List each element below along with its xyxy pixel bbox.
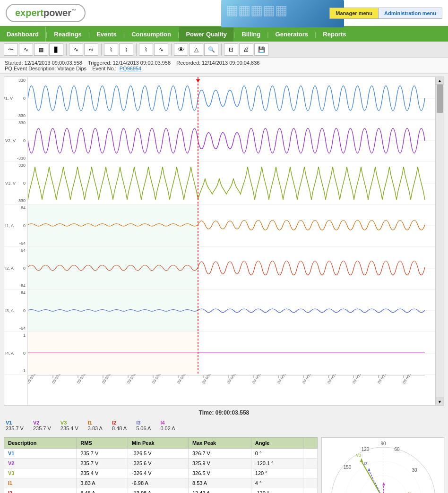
svg-text:09:00:04.276: 09:00:04.276 bbox=[251, 374, 267, 384]
event-no-link[interactable]: PQ96954 bbox=[120, 66, 141, 71]
td-v3-extra bbox=[303, 468, 318, 478]
td-v3-rms: 235.4 V bbox=[77, 468, 128, 478]
admin-menu-button[interactable]: Administration menu bbox=[378, 8, 442, 19]
toolbar-line-chart[interactable]: 〜 bbox=[4, 43, 18, 56]
toolbar-table-view[interactable]: ▦ bbox=[34, 43, 48, 56]
svg-text:09:00:03.877: 09:00:03.877 bbox=[126, 374, 142, 384]
nav-item-dashboard[interactable]: Dashboard bbox=[0, 27, 46, 42]
nav-item-consumption[interactable]: Consumption bbox=[125, 27, 178, 42]
toolbar-save[interactable]: 💾 bbox=[254, 43, 268, 56]
cv-i4-value: 0.02 A bbox=[160, 425, 175, 431]
toolbar-zoom-in[interactable]: ⌇ bbox=[104, 43, 118, 56]
toolbar-print[interactable]: 🖨 bbox=[239, 43, 253, 56]
td-v3-min: -326.4 V bbox=[128, 468, 189, 478]
td-i2-desc: I2 bbox=[4, 488, 77, 493]
td-v2-max: 325.9 V bbox=[189, 459, 251, 468]
channel-i4: I4, A 1 0 -1 bbox=[4, 332, 435, 374]
toolbar-eye[interactable]: 👁 bbox=[174, 43, 188, 56]
cv-v2-label: V2 bbox=[33, 420, 51, 425]
svg-text:90: 90 bbox=[380, 441, 386, 446]
td-i1-min: -6.98 A bbox=[128, 478, 189, 488]
td-v3-angle: 120 ° bbox=[251, 468, 303, 478]
td-v1-max: 326.7 V bbox=[189, 449, 251, 459]
started-label: Started: 12/14/2013 09:00:03.558 bbox=[5, 60, 82, 66]
nav-item-generators[interactable]: Generators bbox=[269, 27, 315, 42]
nav-item-reports[interactable]: Reports bbox=[316, 27, 353, 42]
svg-text:09:00:04.516: 09:00:04.516 bbox=[327, 374, 343, 384]
cv-i3-label: I3 bbox=[136, 420, 151, 425]
chart-area: V1, V 330 0 -330 bbox=[4, 76, 444, 406]
table-row-v3: V3 235.4 V -326.4 V 326.5 V 120 ° bbox=[4, 468, 318, 478]
scroll-up-button[interactable]: ▲ bbox=[436, 77, 444, 85]
toolbar-zoom-out[interactable]: ⌇ bbox=[119, 43, 133, 56]
cv-v2-value: 235.7 V bbox=[33, 425, 51, 431]
cv-i3-value: 5.06 A bbox=[136, 425, 151, 431]
toolbar-area-chart[interactable]: ∿ bbox=[19, 43, 33, 56]
th-maxpeak: Max Peak bbox=[189, 438, 251, 449]
cv-i3: I3 5.06 A bbox=[136, 420, 151, 431]
toolbar: 〜 ∿ ▦ ▊ ∿ ∾ ⌇ ⌇ ⌇ ∿ 👁 △ 🔍 ⊡ 🖨 💾 bbox=[0, 42, 448, 58]
toolbar-wave2[interactable]: ∾ bbox=[84, 43, 98, 56]
logo: expertpower™ bbox=[6, 4, 86, 22]
time-axis: 09:00:03.558 09:00:03.637 09:00:03.717 0… bbox=[4, 374, 435, 405]
td-i1-max: 8.53 A bbox=[189, 478, 251, 488]
toolbar-bar-chart[interactable]: ▊ bbox=[49, 43, 63, 56]
td-v2-min: -325.6 V bbox=[128, 459, 189, 468]
bottom-section: Description RMS Min Peak Max Peak Angle … bbox=[0, 435, 448, 493]
th-angle: Angle bbox=[251, 438, 303, 449]
svg-text:09:00:04.756: 09:00:04.756 bbox=[402, 374, 418, 384]
cv-i2-value: 8.48 A bbox=[112, 425, 127, 431]
recorded-label: Recorded: 12/14/2013 09:00:04.836 bbox=[176, 60, 259, 66]
manager-menu-button[interactable]: Manager menu bbox=[329, 8, 378, 19]
channel-values-row: V1 235.7 V V2 235.7 V V3 235.4 V I1 3.83… bbox=[0, 418, 448, 434]
toolbar-search[interactable]: 🔍 bbox=[204, 43, 218, 56]
i3-label-ch: I3, A bbox=[5, 308, 14, 313]
td-i2-max: 12.43 A bbox=[189, 488, 251, 493]
svg-text:V3: V3 bbox=[356, 453, 361, 458]
td-i2-rms: 8.48 A bbox=[77, 488, 128, 493]
svg-marker-2 bbox=[196, 79, 200, 83]
td-v2-rms: 235.7 V bbox=[77, 459, 128, 468]
channel-v1: V1, V 330 0 -330 bbox=[4, 77, 435, 119]
nav-item-billing[interactable]: Billing bbox=[235, 27, 267, 42]
channel-i2: I2, A 64 0 -64 bbox=[4, 247, 435, 289]
td-v1-desc: V1 bbox=[4, 449, 77, 459]
toolbar-wave1[interactable]: ∿ bbox=[69, 43, 83, 56]
td-v1-angle: 0 ° bbox=[251, 449, 303, 459]
svg-text:09:00:03.717: 09:00:03.717 bbox=[76, 374, 92, 384]
cv-i4-label: I4 bbox=[160, 420, 175, 425]
svg-text:09:00:04.037: 09:00:04.037 bbox=[176, 374, 192, 384]
scroll-thumb[interactable] bbox=[437, 85, 443, 113]
scroll-down-button[interactable]: ▼ bbox=[436, 398, 444, 405]
nav-item-power-quality[interactable]: Power Quality bbox=[179, 27, 233, 42]
v3-label-ch: V3, V bbox=[5, 181, 16, 186]
scroll-track bbox=[436, 85, 444, 398]
td-v1-extra bbox=[303, 449, 318, 459]
svg-text:150: 150 bbox=[344, 465, 352, 470]
toolbar-triangle[interactable]: △ bbox=[189, 43, 203, 56]
td-v2-angle: -120.1 ° bbox=[251, 459, 303, 468]
info-bar: Started: 12/14/2013 09:00:03.558 Trigger… bbox=[0, 58, 448, 74]
nav-item-readings[interactable]: Readings bbox=[47, 27, 88, 42]
toolbar-freq[interactable]: ∿ bbox=[154, 43, 168, 56]
i1-label-ch: I1, A bbox=[5, 223, 14, 228]
toolbar-print-preview[interactable]: ⊡ bbox=[224, 43, 238, 56]
cv-v2: V2 235.7 V bbox=[33, 420, 51, 431]
td-v3-max: 326.5 V bbox=[189, 468, 251, 478]
menu-buttons: Manager menu Administration menu bbox=[329, 8, 442, 19]
table-row-i2: I2 8.48 A -13.98 A 12.43 A -130 ° bbox=[4, 488, 318, 493]
svg-text:09:00:04.436: 09:00:04.436 bbox=[302, 374, 318, 384]
toolbar-combined[interactable]: ⌇ bbox=[139, 43, 153, 56]
event-no-label: Event No.: bbox=[92, 66, 116, 71]
data-table: Description RMS Min Peak Max Peak Angle … bbox=[4, 437, 318, 493]
cv-v1: V1 235.7 V bbox=[6, 420, 24, 431]
nav-item-events[interactable]: Events bbox=[90, 27, 123, 42]
triggered-label: Triggered: 12/14/2013 09:00:03.958 bbox=[88, 60, 171, 66]
td-i2-angle: -130 ° bbox=[251, 488, 303, 493]
svg-text:30: 30 bbox=[412, 468, 417, 473]
nav-bar: Dashboard | Readings | Events | Consumpt… bbox=[0, 27, 448, 42]
pq-event-label: PQ Event Description: Voltage Dips bbox=[5, 66, 86, 71]
svg-text:09:00:03.558: 09:00:03.558 bbox=[28, 374, 43, 384]
chart-scrollbar[interactable]: ▲ ▼ bbox=[435, 77, 444, 405]
td-i2-extra bbox=[303, 488, 318, 493]
